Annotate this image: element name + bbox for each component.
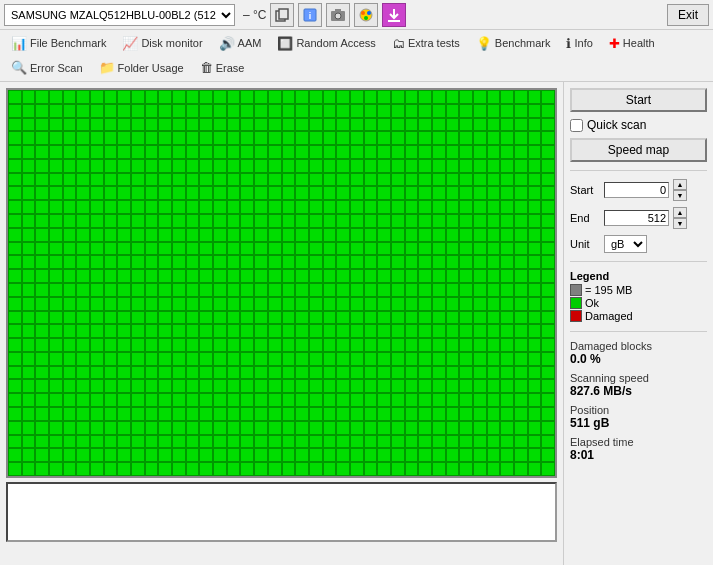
map-cell [186,186,200,200]
map-cell [500,462,514,476]
nav-folder-usage[interactable]: 📁 Folder Usage [92,57,191,79]
map-cell [227,131,241,145]
damaged-blocks-label: Damaged blocks [570,340,652,352]
quick-scan-row: Quick scan [570,118,707,132]
map-cell [8,393,22,407]
map-cell [459,352,473,366]
map-cell [186,269,200,283]
map-cell [391,186,405,200]
drive-select[interactable]: SAMSUNG MZALQ512HBLU-00BL2 (512 [4,4,235,26]
map-cell [268,242,282,256]
camera-btn[interactable] [326,3,350,27]
end-input[interactable] [604,210,669,226]
map-cell [104,159,118,173]
svg-rect-1 [279,9,288,19]
map-cell [309,297,323,311]
nav-benchmark[interactable]: 💡 Benchmark [469,32,558,54]
map-cell [377,104,391,118]
map-cell [418,366,432,380]
map-cell [514,131,528,145]
nav-error-scan[interactable]: 🔍 Error Scan [4,57,90,79]
map-cell [528,228,542,242]
legend-red-block [570,310,582,322]
map-cell [405,255,419,269]
nav-health[interactable]: ✚ Health [602,32,662,54]
map-cell [90,283,104,297]
map-cell [131,90,145,104]
disk-copy-btn[interactable] [270,3,294,27]
map-cell [418,255,432,269]
start-button[interactable]: Start [570,88,707,112]
map-cell [487,324,501,338]
end-spin-up[interactable]: ▲ [673,207,687,218]
map-cell [63,131,77,145]
map-cell [514,269,528,283]
map-cell [158,352,172,366]
map-cell [446,283,460,297]
map-cell [158,242,172,256]
nav-erase[interactable]: 🗑 Erase [193,57,252,79]
disk-info-btn[interactable]: i [298,3,322,27]
map-cell [282,104,296,118]
map-cell [432,448,446,462]
map-cell [172,255,186,269]
map-cell [418,173,432,187]
map-cell [432,421,446,435]
map-cell [213,366,227,380]
nav-info[interactable]: ℹ Info [559,32,599,54]
nav-file-benchmark[interactable]: 📊 File Benchmark [4,32,113,54]
map-cell [172,131,186,145]
map-cell [117,242,131,256]
speed-map-button[interactable]: Speed map [570,138,707,162]
map-cell [63,104,77,118]
map-cell [104,186,118,200]
map-cell [131,283,145,297]
map-cell [377,311,391,325]
map-cell [104,255,118,269]
map-cell [391,104,405,118]
map-cell [213,435,227,449]
map-cell [8,352,22,366]
disk-map [6,88,557,478]
map-cell [391,200,405,214]
unit-select[interactable]: gB MB KB [604,235,647,253]
map-cell [377,118,391,132]
map-cell [541,324,555,338]
map-cell [528,173,542,187]
exit-button[interactable]: Exit [667,4,709,26]
download-btn[interactable] [382,3,406,27]
start-input[interactable] [604,182,669,198]
legend-gray-block [570,284,582,296]
map-cell [131,462,145,476]
start-spin-up[interactable]: ▲ [673,179,687,190]
map-cell [158,200,172,214]
map-cell [35,421,49,435]
map-cell [528,255,542,269]
map-cell [35,366,49,380]
map-cell [90,352,104,366]
palette-btn[interactable] [354,3,378,27]
map-cell [459,283,473,297]
nav-disk-monitor[interactable]: 📈 Disk monitor [115,32,209,54]
map-cell [227,435,241,449]
nav-extra-tests[interactable]: 🗂 Extra tests [385,32,467,54]
map-cell [459,297,473,311]
map-cell [514,352,528,366]
map-cell [76,435,90,449]
quick-scan-checkbox[interactable] [570,119,583,132]
map-cell [282,297,296,311]
map-cell [268,159,282,173]
map-cell [446,145,460,159]
map-cell [323,131,337,145]
map-cell [240,186,254,200]
nav-random-access[interactable]: 🔲 Random Access [270,32,382,54]
map-cell [350,145,364,159]
map-cell [541,366,555,380]
map-cell [172,159,186,173]
map-cell [473,118,487,132]
start-spin-down[interactable]: ▼ [673,190,687,201]
map-cell [446,118,460,132]
end-spin-down[interactable]: ▼ [673,218,687,229]
nav-aam[interactable]: 🔊 AAM [212,32,269,54]
map-cell [282,311,296,325]
